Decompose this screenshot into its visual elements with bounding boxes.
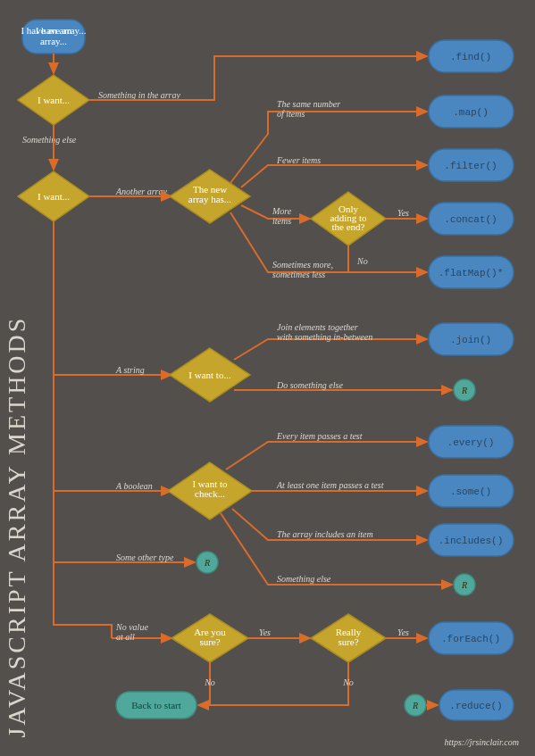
svg-text:R: R (412, 701, 418, 710)
svg-text:Every item passes a test: Every item passes a test (276, 431, 363, 441)
svg-text:.every(): .every() (447, 437, 495, 448)
svg-text:No: No (356, 256, 368, 266)
svg-text:No: No (342, 677, 354, 687)
svg-text:Something else: Something else (277, 574, 331, 584)
svg-text:A string: A string (115, 365, 145, 375)
svg-text:R: R (461, 580, 467, 590)
svg-text:.concat(): .concat() (444, 214, 497, 225)
svg-text:I want to...: I want to... (188, 370, 231, 380)
svg-text:R: R (204, 558, 210, 568)
svg-text:.flatMap()*: .flatMap()* (439, 268, 504, 278)
svg-text:.reduce(): .reduce() (449, 701, 502, 711)
flowchart: I have an array... I have anarray... I w… (0, 0, 535, 756)
svg-text:R: R (461, 386, 467, 395)
svg-text:I have anarray...: I have anarray... (36, 25, 72, 46)
svg-text:Another array: Another array (115, 187, 168, 196)
svg-text:Fewer items: Fewer items (276, 155, 321, 165)
svg-text:Back to start: Back to start (131, 700, 181, 710)
svg-text:No: No (204, 677, 215, 687)
svg-text:Sometimes more,sometimes less: Sometimes more,sometimes less (272, 260, 333, 279)
svg-text:The same numberof items: The same numberof items (277, 99, 340, 119)
svg-text:Yes: Yes (259, 627, 271, 637)
svg-text:At least one item passes a tes: At least one item passes a test (276, 480, 384, 490)
svg-text:.join(): .join() (450, 335, 491, 345)
svg-text:.filter(): .filter() (444, 161, 497, 171)
svg-text:.some(): .some() (450, 486, 491, 497)
svg-text:I want...: I want... (38, 191, 70, 202)
svg-text:Reallysure?: Reallysure? (336, 627, 362, 647)
svg-text:Join elements togetherwith som: Join elements togetherwith something in-… (277, 322, 372, 342)
svg-text:.find(): .find() (450, 52, 491, 62)
svg-text:.forEach(): .forEach() (441, 634, 500, 644)
svg-text:Something in the array: Something in the array (98, 90, 180, 100)
svg-text:Some other type: Some other type (116, 552, 174, 562)
svg-text:A boolean: A boolean (115, 481, 153, 491)
svg-text:I want...: I want... (38, 95, 70, 105)
svg-text:The array includes an item: The array includes an item (277, 529, 373, 539)
svg-text:I want tocheck...: I want tocheck... (192, 478, 228, 499)
svg-text:.map(): .map() (453, 107, 489, 118)
svg-text:Do something else: Do something else (276, 380, 343, 390)
svg-text:Moreitems: Moreitems (272, 206, 292, 226)
svg-text:Yes: Yes (397, 208, 409, 218)
svg-text:Something else: Something else (22, 135, 77, 145)
svg-text:Yes: Yes (397, 627, 409, 637)
svg-text:.includes(): .includes() (439, 536, 504, 546)
svg-text:The newarray has...: The newarray has... (188, 184, 232, 204)
